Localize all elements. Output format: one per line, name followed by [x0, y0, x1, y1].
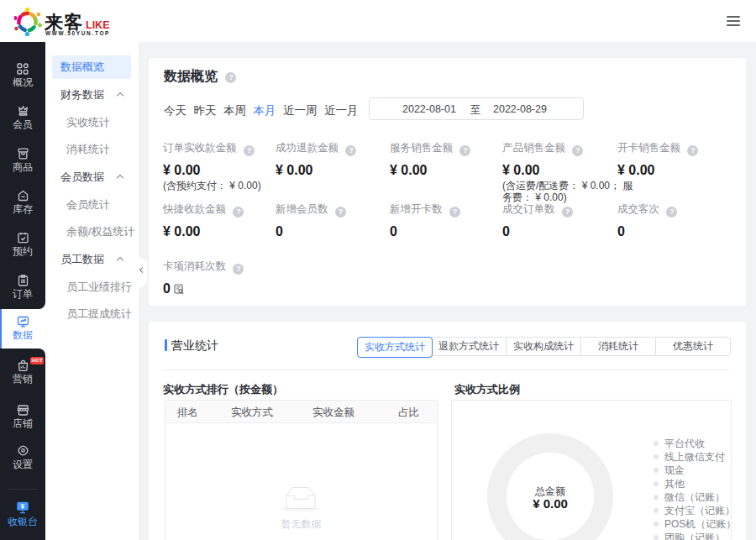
- svg-text:WWW.50YUN.TOP: WWW.50YUN.TOP: [45, 30, 110, 36]
